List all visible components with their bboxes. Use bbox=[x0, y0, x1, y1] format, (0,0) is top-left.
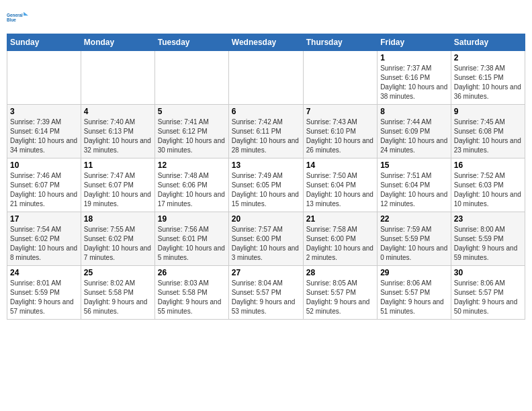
svg-text:Blue: Blue bbox=[7, 17, 16, 22]
week-row-5: 24Sunrise: 8:01 AMSunset: 5:59 PMDayligh… bbox=[7, 266, 525, 320]
calendar-cell: 15Sunrise: 7:51 AMSunset: 6:04 PMDayligh… bbox=[378, 158, 451, 212]
day-info: Sunrise: 7:57 AMSunset: 6:00 PMDaylight:… bbox=[232, 225, 300, 263]
day-number: 18 bbox=[84, 214, 152, 224]
calendar-cell: 23Sunrise: 8:00 AMSunset: 5:59 PMDayligh… bbox=[451, 212, 525, 266]
day-number: 20 bbox=[232, 214, 300, 224]
week-row-4: 17Sunrise: 7:54 AMSunset: 6:02 PMDayligh… bbox=[7, 212, 525, 266]
logo-icon: GeneralBlue bbox=[7, 7, 28, 28]
calendar-cell bbox=[154, 51, 228, 105]
day-info: Sunrise: 8:02 AMSunset: 5:58 PMDaylight:… bbox=[84, 279, 152, 316]
calendar-cell: 13Sunrise: 7:49 AMSunset: 6:05 PMDayligh… bbox=[228, 158, 303, 212]
calendar-cell: 29Sunrise: 8:06 AMSunset: 5:57 PMDayligh… bbox=[378, 266, 451, 320]
day-info: Sunrise: 8:05 AMSunset: 5:57 PMDaylight:… bbox=[306, 279, 374, 316]
day-info: Sunrise: 7:51 AMSunset: 6:04 PMDaylight:… bbox=[380, 171, 448, 209]
day-number: 8 bbox=[380, 107, 448, 116]
calendar-cell: 2Sunrise: 7:38 AMSunset: 6:15 PMDaylight… bbox=[451, 51, 525, 105]
calendar-cell: 10Sunrise: 7:46 AMSunset: 6:07 PMDayligh… bbox=[7, 158, 81, 212]
day-info: Sunrise: 7:39 AMSunset: 6:14 PMDaylight:… bbox=[10, 118, 78, 155]
day-info: Sunrise: 8:01 AMSunset: 5:59 PMDaylight:… bbox=[10, 279, 78, 316]
day-number: 13 bbox=[232, 161, 300, 170]
calendar-cell: 25Sunrise: 8:02 AMSunset: 5:58 PMDayligh… bbox=[81, 266, 154, 320]
day-number: 19 bbox=[158, 214, 226, 224]
header-day-wednesday: Wednesday bbox=[228, 34, 303, 51]
calendar-cell: 24Sunrise: 8:01 AMSunset: 5:59 PMDayligh… bbox=[7, 266, 81, 320]
calendar-cell bbox=[228, 51, 303, 105]
day-info: Sunrise: 7:50 AMSunset: 6:04 PMDaylight:… bbox=[306, 171, 374, 209]
day-info: Sunrise: 7:43 AMSunset: 6:10 PMDaylight:… bbox=[306, 118, 374, 155]
calendar-cell: 26Sunrise: 8:03 AMSunset: 5:58 PMDayligh… bbox=[154, 266, 228, 320]
calendar-header: SundayMondayTuesdayWednesdayThursdayFrid… bbox=[7, 34, 525, 51]
day-number: 26 bbox=[158, 268, 226, 277]
day-number: 2 bbox=[454, 53, 522, 62]
day-info: Sunrise: 7:41 AMSunset: 6:12 PMDaylight:… bbox=[158, 118, 226, 155]
day-info: Sunrise: 8:06 AMSunset: 5:57 PMDaylight:… bbox=[380, 279, 448, 316]
day-number: 4 bbox=[84, 107, 152, 116]
week-row-2: 3Sunrise: 7:39 AMSunset: 6:14 PMDaylight… bbox=[7, 105, 525, 158]
calendar-cell: 22Sunrise: 7:59 AMSunset: 5:59 PMDayligh… bbox=[378, 212, 451, 266]
day-info: Sunrise: 7:48 AMSunset: 6:06 PMDaylight:… bbox=[158, 171, 226, 209]
calendar-cell: 27Sunrise: 8:04 AMSunset: 5:57 PMDayligh… bbox=[228, 266, 303, 320]
calendar-cell bbox=[7, 51, 81, 105]
day-info: Sunrise: 7:45 AMSunset: 6:08 PMDaylight:… bbox=[454, 118, 522, 155]
calendar-cell: 5Sunrise: 7:41 AMSunset: 6:12 PMDaylight… bbox=[154, 105, 228, 158]
day-info: Sunrise: 7:47 AMSunset: 6:07 PMDaylight:… bbox=[84, 171, 152, 209]
day-info: Sunrise: 7:56 AMSunset: 6:01 PMDaylight:… bbox=[158, 225, 226, 263]
day-info: Sunrise: 8:06 AMSunset: 5:57 PMDaylight:… bbox=[454, 279, 522, 316]
day-number: 22 bbox=[380, 214, 448, 224]
day-number: 29 bbox=[380, 268, 448, 277]
day-info: Sunrise: 8:04 AMSunset: 5:57 PMDaylight:… bbox=[232, 279, 300, 316]
week-row-1: 1Sunrise: 7:37 AMSunset: 6:16 PMDaylight… bbox=[7, 51, 525, 105]
day-number: 3 bbox=[10, 107, 78, 116]
week-row-3: 10Sunrise: 7:46 AMSunset: 6:07 PMDayligh… bbox=[7, 158, 525, 212]
calendar-cell bbox=[81, 51, 154, 105]
header-day-thursday: Thursday bbox=[303, 34, 377, 51]
svg-marker-0 bbox=[24, 12, 28, 15]
day-info: Sunrise: 7:40 AMSunset: 6:13 PMDaylight:… bbox=[84, 118, 152, 155]
header-day-monday: Monday bbox=[81, 34, 154, 51]
day-number: 7 bbox=[306, 107, 374, 116]
day-number: 12 bbox=[158, 161, 226, 170]
day-info: Sunrise: 7:59 AMSunset: 5:59 PMDaylight:… bbox=[380, 225, 448, 263]
logo: GeneralBlue bbox=[7, 7, 28, 28]
calendar-cell: 3Sunrise: 7:39 AMSunset: 6:14 PMDaylight… bbox=[7, 105, 81, 158]
day-info: Sunrise: 7:54 AMSunset: 6:02 PMDaylight:… bbox=[10, 225, 78, 263]
day-number: 24 bbox=[10, 268, 78, 277]
day-info: Sunrise: 7:52 AMSunset: 6:03 PMDaylight:… bbox=[454, 171, 522, 209]
day-number: 21 bbox=[306, 214, 374, 224]
day-number: 30 bbox=[454, 268, 522, 277]
header-row: SundayMondayTuesdayWednesdayThursdayFrid… bbox=[7, 34, 525, 51]
calendar-cell: 11Sunrise: 7:47 AMSunset: 6:07 PMDayligh… bbox=[81, 158, 154, 212]
calendar-cell: 8Sunrise: 7:44 AMSunset: 6:09 PMDaylight… bbox=[378, 105, 451, 158]
day-number: 27 bbox=[232, 268, 300, 277]
calendar-cell: 18Sunrise: 7:55 AMSunset: 6:02 PMDayligh… bbox=[81, 212, 154, 266]
calendar-cell: 28Sunrise: 8:05 AMSunset: 5:57 PMDayligh… bbox=[303, 266, 377, 320]
calendar-cell: 17Sunrise: 7:54 AMSunset: 6:02 PMDayligh… bbox=[7, 212, 81, 266]
calendar-cell: 19Sunrise: 7:56 AMSunset: 6:01 PMDayligh… bbox=[154, 212, 228, 266]
day-number: 5 bbox=[158, 107, 226, 116]
calendar-cell bbox=[303, 51, 377, 105]
day-info: Sunrise: 7:42 AMSunset: 6:11 PMDaylight:… bbox=[232, 118, 300, 155]
day-info: Sunrise: 7:44 AMSunset: 6:09 PMDaylight:… bbox=[380, 118, 448, 155]
day-info: Sunrise: 7:38 AMSunset: 6:15 PMDaylight:… bbox=[454, 64, 522, 101]
calendar-table: SundayMondayTuesdayWednesdayThursdayFrid… bbox=[7, 34, 525, 320]
calendar-cell: 4Sunrise: 7:40 AMSunset: 6:13 PMDaylight… bbox=[81, 105, 154, 158]
calendar-cell: 20Sunrise: 7:57 AMSunset: 6:00 PMDayligh… bbox=[228, 212, 303, 266]
day-number: 16 bbox=[454, 161, 522, 170]
day-number: 28 bbox=[306, 268, 374, 277]
day-info: Sunrise: 7:55 AMSunset: 6:02 PMDaylight:… bbox=[84, 225, 152, 263]
day-number: 25 bbox=[84, 268, 152, 277]
calendar-cell: 9Sunrise: 7:45 AMSunset: 6:08 PMDaylight… bbox=[451, 105, 525, 158]
day-number: 10 bbox=[10, 161, 78, 170]
day-number: 14 bbox=[306, 161, 374, 170]
day-number: 6 bbox=[232, 107, 300, 116]
day-number: 23 bbox=[454, 214, 522, 224]
calendar-body: 1Sunrise: 7:37 AMSunset: 6:16 PMDaylight… bbox=[7, 51, 525, 320]
calendar-cell: 21Sunrise: 7:58 AMSunset: 6:00 PMDayligh… bbox=[303, 212, 377, 266]
header-day-tuesday: Tuesday bbox=[154, 34, 228, 51]
day-number: 1 bbox=[380, 53, 448, 62]
calendar-cell: 16Sunrise: 7:52 AMSunset: 6:03 PMDayligh… bbox=[451, 158, 525, 212]
calendar-cell: 12Sunrise: 7:48 AMSunset: 6:06 PMDayligh… bbox=[154, 158, 228, 212]
day-number: 9 bbox=[454, 107, 522, 116]
calendar-cell: 14Sunrise: 7:50 AMSunset: 6:04 PMDayligh… bbox=[303, 158, 377, 212]
header-day-friday: Friday bbox=[378, 34, 451, 51]
